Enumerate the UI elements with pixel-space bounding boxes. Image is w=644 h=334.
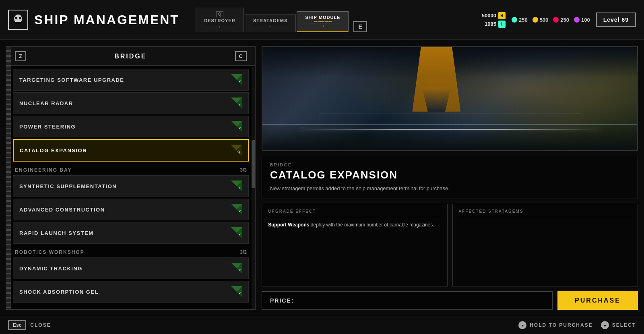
tab-destroyer[interactable]: Q DESTROYER 1 [196,8,244,32]
tab-ship-module[interactable]: SHIP MODULE 3 [297,11,349,32]
tab-label-ship-module: SHIP MODULE [305,15,340,20]
module-item-catalog[interactable]: CATALOG EXPANSION [13,139,249,162]
right-panel: BRIDGE CATALOG EXPANSION New stratagem p… [262,46,638,310]
e-key: E [353,21,367,32]
module-label-targeting: TARGETING SOFTWARE UPGRADE [19,77,124,83]
header-logo [8,10,28,30]
svg-rect-2 [17,22,19,24]
module-list: TARGETING SOFTWARE UPGRADE NUCLEAR RADAR… [7,66,255,309]
module-item-rapid[interactable]: RAPID LAUNCH SYSTEM [13,222,249,244]
affected-stratagems-title: AFFECTED STRATAGEMS [459,209,632,217]
dot-green-icon [512,17,517,23]
bottom-left: Esc CLOSE [8,320,51,330]
res2: 500 [533,17,549,23]
scrollbar-track [252,67,255,309]
res4-value: 100 [581,17,590,23]
upgrade-effect-bold: Support Weapons [268,222,309,228]
select-label: SELECT [612,322,636,328]
module-label-catalog: CATALOG EXPANSION [20,147,87,154]
tab-num-3: 3 [305,23,340,28]
bottom-bar: Esc CLOSE ● HOLD TO PURCHASE ● SELECT [0,316,644,334]
main-content: Z BRIDGE C TARGETING SOFTWARE UPGRADE NU… [0,40,644,316]
section-engineering-count: 3/3 [240,167,247,173]
left-panel: Z BRIDGE C TARGETING SOFTWARE UPGRADE NU… [6,46,256,310]
module-item-advanced[interactable]: ADVANCED CONSTRUCTION [13,199,249,220]
controller-btn-hold: ● [518,321,526,329]
res3: 250 [553,17,569,23]
res4: 100 [574,17,590,23]
samples-value: 1085 [485,21,496,27]
resources: 50000 R 1085 L 250 500 250 1 [482,12,636,28]
dot-yellow-icon [533,17,538,23]
controller-btn-select: ● [601,321,609,329]
module-item-dynamic[interactable]: DYNAMIC TRACKING [13,257,249,279]
samples-icon: L [498,21,506,28]
scrollbar-thumb[interactable] [252,140,255,188]
info-desc: New stratagem permits added to the ship … [270,185,630,193]
tab-num-1: 1 [204,24,235,29]
details-row: UPGRADE EFFECT Support Weapons deploy wi… [262,204,638,287]
ship-arm-decoration [412,46,460,112]
tab-label-destroyer: DESTROYER [204,18,235,23]
module-label-rapid: RAPID LAUNCH SYSTEM [19,230,94,236]
purchase-button[interactable]: PURCHASE [557,291,638,310]
check-badge-power [231,121,242,132]
samples-item: 1085 L [485,21,506,28]
module-label-shock: SHOCK ABSORPTION GEL [19,289,99,295]
skull-icon [12,14,24,26]
check-badge-targeting [231,74,242,85]
section-robotics: ROBOTICS WORKSHOP 3/3 [13,245,249,257]
module-label-nuclear: NUCLEAR RADAR [19,100,73,106]
module-item-shock[interactable]: SHOCK ABSORPTION GEL [13,281,249,303]
check-badge-shock [231,286,242,297]
select-action: ● SELECT [601,321,636,329]
req-item: 50000 R [482,12,506,19]
panel-title: BRIDGE [114,53,147,60]
module-label-advanced: ADVANCED CONSTRUCTION [19,207,105,213]
check-badge-synthetic [231,180,242,192]
header: SHIP MANAGEMENT Q DESTROYER 1 STRATAGEMS… [0,0,644,40]
hold-purchase-action: ● HOLD TO PURCHASE [518,321,592,329]
check-badge-advanced [231,204,242,215]
module-item-nuclear[interactable]: NUCLEAR RADAR [13,92,249,114]
small-resources: 250 500 250 100 [512,17,590,23]
req-group: 50000 R 1085 L [482,12,506,28]
lock-badge-catalog [231,145,242,156]
info-section: BRIDGE CATALOG EXPANSION New stratagem p… [262,156,638,199]
module-label-synthetic: SYNTHETIC SUPPLEMENTATION [19,183,117,189]
bottom-right: ● HOLD TO PURCHASE ● SELECT [518,321,636,329]
dot-pink-icon [553,17,559,23]
preview-image [262,46,638,151]
tab-label-stratagems: STRATAGEMS [253,18,287,23]
res3-value: 250 [560,17,569,23]
module-item-targeting[interactable]: TARGETING SOFTWARE UPGRADE [13,69,249,91]
check-badge-rapid [231,227,242,239]
esc-key[interactable]: Esc [8,320,26,330]
tabs-container: Q DESTROYER 1 STRATAGEMS 2 SHIP MODULE 3… [196,8,482,32]
upgrade-effect-text: deploy with the maximum number of carria… [309,222,434,228]
floor-line-2 [319,114,581,114]
tab-stratagems[interactable]: STRATAGEMS 2 [245,15,296,32]
price-label: PRICE: [270,297,294,304]
check-badge-nuclear [231,98,242,109]
upgrade-effect-content: Support Weapons deploy with the maximum … [268,221,441,229]
z-key: Z [15,51,26,61]
module-item-power[interactable]: POWER STEERING [13,116,249,137]
header-title: SHIP MANAGEMENT [34,12,180,27]
upgrade-effect-box: UPGRADE EFFECT Support Weapons deploy wi… [262,204,448,287]
module-item-synthetic[interactable]: SYNTHETIC SUPPLEMENTATION [13,175,249,197]
res2-value: 500 [540,17,549,23]
res1-value: 250 [519,17,528,23]
panel-header: Z BRIDGE C [7,47,255,66]
tab-num-2: 2 [253,24,287,29]
info-name: CATALOG EXPANSION [270,169,630,181]
svg-point-4 [15,17,17,19]
floor-line-1 [262,124,637,124]
affected-stratagems-box: AFFECTED STRATAGEMS [452,204,638,287]
dot-purple-icon [574,17,580,23]
module-label-dynamic: DYNAMIC TRACKING [19,266,83,272]
price-box: PRICE: [262,291,553,310]
svg-rect-3 [19,22,21,24]
module-label-power: POWER STEERING [19,124,76,130]
level-badge: Level 69 [596,12,636,27]
